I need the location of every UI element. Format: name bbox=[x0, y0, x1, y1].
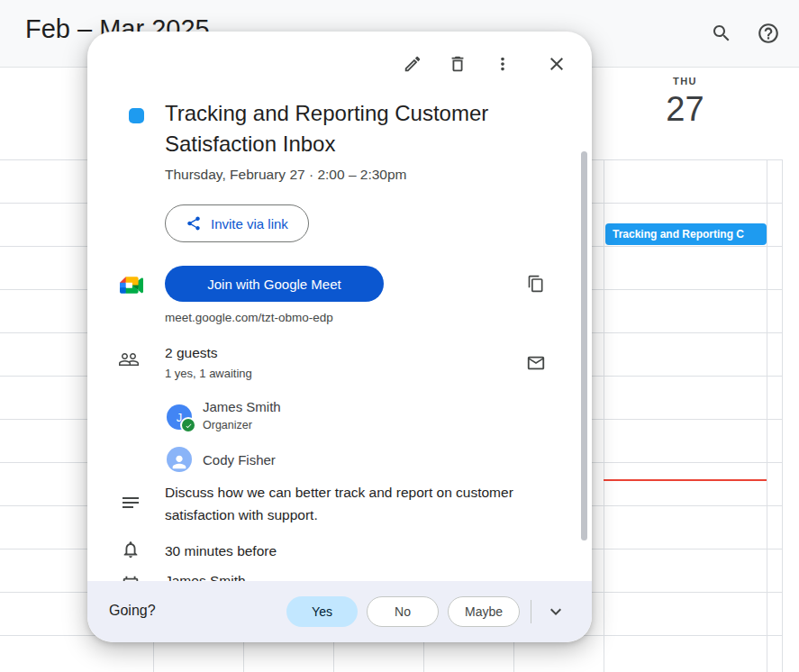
event-title: Tracking and Reporting Customer Satisfac… bbox=[165, 98, 552, 159]
copy-meet-link-icon[interactable] bbox=[523, 271, 549, 296]
google-calendar-app: Feb – Mar 2025 THU 27 Tracking and Repor… bbox=[0, 0, 799, 672]
person-icon bbox=[169, 452, 189, 472]
day-of-week-label: THU bbox=[604, 76, 767, 86]
day-header-thu-27[interactable]: THU 27 bbox=[604, 76, 767, 129]
edit-event-icon[interactable] bbox=[400, 51, 425, 77]
rsvp-maybe-button[interactable]: Maybe bbox=[448, 596, 520, 627]
share-icon bbox=[186, 215, 202, 232]
rsvp-divider bbox=[531, 600, 531, 623]
accepted-check-icon bbox=[180, 417, 196, 433]
going-label: Going? bbox=[109, 603, 156, 619]
chevron-down-icon[interactable] bbox=[541, 597, 570, 626]
close-icon[interactable] bbox=[544, 51, 569, 77]
invite-via-link-button[interactable]: Invite via link bbox=[165, 204, 309, 242]
more-options-icon[interactable] bbox=[490, 51, 515, 77]
current-time-indicator bbox=[604, 479, 767, 481]
rsvp-yes-button[interactable]: Yes bbox=[286, 596, 358, 627]
meet-link-text: meet.google.com/tzt-obmo-edp bbox=[165, 311, 333, 324]
calendar-owner-name: James Smith bbox=[165, 573, 246, 581]
day-number-label: 27 bbox=[604, 90, 767, 129]
grid-line-vertical bbox=[767, 159, 767, 672]
event-description: Discuss how we can better track and repo… bbox=[165, 481, 558, 526]
event-datetime: Thursday, February 27 · 2:00 – 2:30pm bbox=[165, 167, 407, 183]
event-details-popup: Tracking and Reporting Customer Satisfac… bbox=[87, 32, 592, 642]
help-icon[interactable] bbox=[753, 18, 784, 49]
rsvp-no-button[interactable]: No bbox=[367, 596, 439, 627]
attendee-role: Organizer bbox=[203, 419, 252, 431]
description-icon bbox=[120, 492, 141, 517]
grid-line-vertical bbox=[782, 159, 783, 672]
join-google-meet-button[interactable]: Join with Google Meet bbox=[165, 266, 384, 302]
delete-event-icon[interactable] bbox=[445, 51, 470, 77]
notification-text: 30 minutes before bbox=[165, 543, 277, 559]
avatar: J bbox=[167, 404, 192, 430]
calendar-event-chip[interactable]: Tracking and Reporting C bbox=[605, 223, 767, 245]
attendee-name: James Smith bbox=[203, 399, 281, 414]
calendar-icon bbox=[121, 575, 141, 581]
avatar bbox=[167, 447, 192, 472]
event-color-swatch bbox=[129, 108, 144, 123]
search-icon[interactable] bbox=[706, 18, 737, 49]
attendee-name: Cody Fisher bbox=[203, 452, 276, 468]
guests-icon bbox=[118, 349, 140, 374]
popup-scrollbar[interactable] bbox=[581, 151, 587, 540]
email-guests-icon[interactable] bbox=[523, 350, 549, 376]
event-details-content: Tracking and Reporting Customer Satisfac… bbox=[87, 32, 592, 581]
google-meet-icon bbox=[120, 274, 143, 296]
notification-bell-icon bbox=[121, 540, 141, 563]
rsvp-footer: Going? Yes No Maybe bbox=[87, 581, 592, 642]
guests-rsvp-summary: 1 yes, 1 awaiting bbox=[165, 367, 252, 380]
grid-line-vertical bbox=[604, 159, 604, 672]
invite-via-link-label: Invite via link bbox=[211, 216, 288, 232]
guests-count: 2 guests bbox=[165, 345, 218, 361]
